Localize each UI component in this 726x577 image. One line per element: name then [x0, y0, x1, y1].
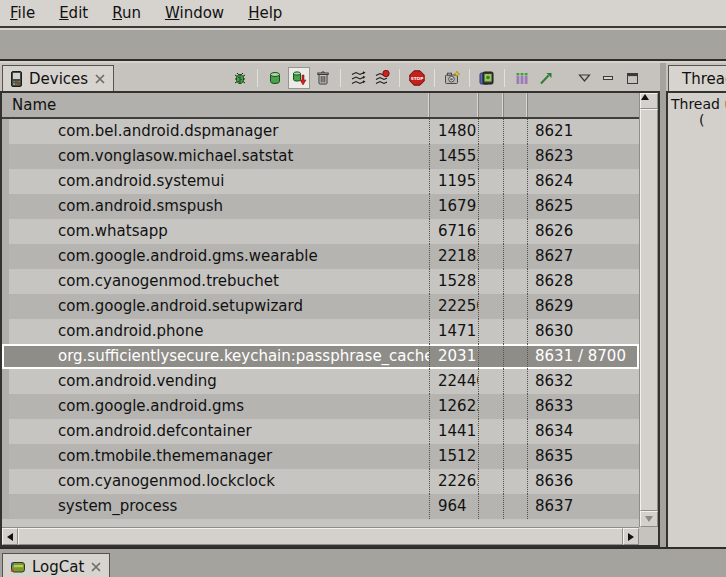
- table-row[interactable]: com.android.smspush 1679 8625: [2, 194, 639, 219]
- column-header-name[interactable]: Name: [2, 93, 430, 117]
- toolbar-separator: [399, 69, 400, 87]
- scroll-up-button[interactable]: [640, 93, 658, 109]
- table-row[interactable]: com.cyanogenmod.lockclock 22265 8636: [2, 469, 639, 494]
- menu-help[interactable]: Help: [248, 2, 294, 24]
- left-arrow-icon: [7, 533, 13, 541]
- column-header-pid[interactable]: [430, 93, 479, 117]
- threads-tabstrip: Threads: [666, 63, 726, 91]
- process-name: com.bel.android.dspmanager: [2, 119, 430, 144]
- maximize-button[interactable]: [622, 68, 642, 88]
- table-row[interactable]: com.tmobile.thememanager 1512 8635: [2, 444, 639, 469]
- empty-cell: [504, 369, 528, 394]
- threads-message: Thread up (: [666, 91, 726, 547]
- empty-cell: [504, 344, 528, 369]
- table-row[interactable]: com.google.android.gms 12623 8633: [2, 394, 639, 419]
- process-pid: 14553: [430, 144, 479, 169]
- table-row[interactable]: com.cyanogenmod.trebuchet 1528 8628: [2, 269, 639, 294]
- dump-hprof-button[interactable]: [288, 67, 310, 89]
- tab-logcat[interactable]: LogCat: [2, 553, 110, 577]
- table-filler: [2, 519, 639, 526]
- process-pid: 1471: [430, 319, 479, 344]
- close-icon[interactable]: [90, 561, 102, 573]
- tracing-arrow-button[interactable]: [535, 67, 557, 89]
- process-name: com.cyanogenmod.lockclock: [2, 469, 430, 494]
- update-heap-button[interactable]: [264, 67, 286, 89]
- vertical-scrollbar[interactable]: [639, 93, 658, 527]
- empty-cell: [479, 169, 504, 194]
- process-name: com.tmobile.thememanager: [2, 444, 430, 469]
- process-pid: 20311: [430, 344, 479, 369]
- menu-file[interactable]: File: [10, 2, 47, 24]
- empty-cell: [504, 269, 528, 294]
- empty-cell: [479, 344, 504, 369]
- table-row[interactable]: com.android.phone 1471 8630: [2, 319, 639, 344]
- empty-cell: [504, 494, 528, 519]
- start-method-profiling-button[interactable]: [371, 67, 393, 89]
- column-header-blank2[interactable]: [504, 93, 528, 117]
- cause-gc-icon: [315, 70, 331, 86]
- menu-bar: File Edit Run Window Help: [0, 0, 726, 28]
- process-name: com.google.android.setupwizard: [2, 294, 430, 319]
- empty-cell: [479, 144, 504, 169]
- toolbar-separator: [257, 69, 258, 87]
- table-row[interactable]: com.whatsapp 6716 8626: [2, 219, 639, 244]
- dump-view-hierarchy-button[interactable]: [476, 67, 498, 89]
- workbench: Devices: [0, 63, 726, 547]
- column-header-port[interactable]: [528, 93, 639, 117]
- devices-tabstrip: Devices: [0, 63, 660, 91]
- menu-run[interactable]: Run: [112, 2, 153, 24]
- table-row[interactable]: com.android.systemui 1195 8624: [2, 169, 639, 194]
- menu-edit[interactable]: Edit: [59, 2, 100, 24]
- debug-process-button[interactable]: [229, 67, 251, 89]
- update-threads-icon: [350, 70, 366, 86]
- table-row[interactable]: com.bel.android.dspmanager 1480 8621: [2, 119, 639, 144]
- table-row[interactable]: com.google.android.gms.wearable 22185 86…: [2, 244, 639, 269]
- tab-threads[interactable]: Threads: [668, 65, 726, 91]
- table-row[interactable]: system_process 964 8637: [2, 494, 639, 519]
- stop-text: STOP: [411, 76, 424, 81]
- process-pid: 22440: [430, 369, 479, 394]
- scroll-right-button[interactable]: [623, 528, 639, 545]
- table-row[interactable]: com.vonglasow.michael.satstat 14553 8623: [2, 144, 639, 169]
- main-toolbar: [0, 30, 726, 61]
- table-row[interactable]: org.sufficientlysecure.keychain:passphra…: [2, 344, 639, 369]
- horizontal-scrollbar[interactable]: [2, 527, 639, 545]
- stop-process-button[interactable]: STOP: [406, 67, 428, 89]
- tab-devices[interactable]: Devices: [2, 65, 114, 91]
- update-threads-button[interactable]: [347, 67, 369, 89]
- view-menu-button[interactable]: [574, 68, 594, 88]
- process-port: 8625: [528, 194, 639, 219]
- cause-gc-button[interactable]: [312, 67, 334, 89]
- process-port: 8624: [528, 169, 639, 194]
- debug-process-icon: [232, 70, 248, 86]
- empty-cell: [504, 244, 528, 269]
- table-row[interactable]: com.google.android.setupwizard 22250 862…: [2, 294, 639, 319]
- table-row[interactable]: com.android.defcontainer 14411 8634: [2, 419, 639, 444]
- table-row[interactable]: com.android.vending 22440 8632: [2, 369, 639, 394]
- capture-systrace-button[interactable]: [511, 67, 533, 89]
- column-header-blank1[interactable]: [479, 93, 504, 117]
- horizontal-scroll-thumb[interactable]: [18, 528, 623, 545]
- minimize-button[interactable]: [598, 68, 618, 88]
- scroll-left-button[interactable]: [2, 528, 18, 545]
- devices-view-toolbar: STOP: [228, 65, 644, 91]
- process-port: 8637: [528, 494, 639, 519]
- process-pid: 22250: [430, 294, 479, 319]
- dump-hprof-icon: [291, 70, 307, 86]
- scroll-down-button[interactable]: [640, 511, 658, 527]
- process-pid: 1480: [430, 119, 479, 144]
- menu-window[interactable]: Window: [165, 2, 236, 24]
- empty-cell: [504, 469, 528, 494]
- vertical-scroll-thumb[interactable]: [640, 109, 658, 511]
- phone-icon: [10, 71, 23, 87]
- process-port: 8627: [528, 244, 639, 269]
- capture-systrace-icon: [514, 70, 530, 86]
- screen-capture-button[interactable]: [441, 67, 463, 89]
- close-icon[interactable]: [94, 73, 106, 85]
- toolbar-separator: [504, 69, 505, 87]
- process-name: com.cyanogenmod.trebuchet: [2, 269, 430, 294]
- threads-message-line1: Thread up: [668, 93, 726, 112]
- screen-capture-icon: [444, 70, 460, 86]
- process-port: 8635: [528, 444, 639, 469]
- stop-process-icon: STOP: [409, 70, 425, 86]
